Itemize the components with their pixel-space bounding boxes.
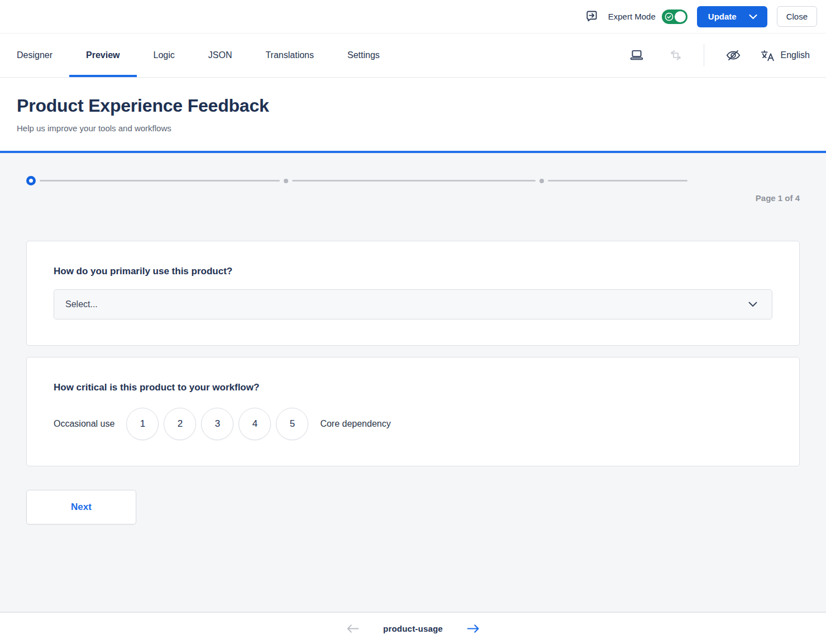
survey-header: Product Experience Feedback Help us impr… bbox=[0, 78, 826, 151]
update-button-label: Update bbox=[708, 12, 737, 21]
topbar: Expert Mode Update Close bbox=[0, 0, 826, 34]
language-label: English bbox=[781, 50, 810, 60]
rating-option-5[interactable]: 5 bbox=[276, 408, 308, 440]
tab-translations[interactable]: Translations bbox=[249, 34, 331, 77]
toggle-knob bbox=[675, 11, 686, 22]
progress-segment bbox=[40, 180, 280, 182]
question-card-rating: How critical is this product to your wor… bbox=[26, 357, 800, 466]
tab-label: Settings bbox=[347, 50, 380, 60]
hide-invisible-eye-off-icon[interactable] bbox=[719, 48, 748, 63]
device-desktop-icon[interactable] bbox=[623, 48, 650, 63]
survey-subtitle: Help us improve your tools and workflows bbox=[17, 123, 809, 133]
tab-label: JSON bbox=[208, 50, 232, 60]
rating-options: 1 2 3 4 5 bbox=[126, 408, 308, 440]
tab-logic[interactable]: Logic bbox=[137, 34, 192, 77]
rotate-device-icon bbox=[662, 48, 689, 63]
creator-tabbar: Designer Preview Logic JSON Translations… bbox=[0, 34, 826, 78]
tab-label: Designer bbox=[17, 50, 52, 60]
toolbar-divider bbox=[704, 44, 704, 66]
update-button[interactable]: Update bbox=[697, 6, 767, 27]
preview-toolbar: English bbox=[623, 34, 826, 77]
language-selector[interactable]: English bbox=[760, 49, 810, 63]
rating-option-3[interactable]: 3 bbox=[201, 408, 233, 440]
product-use-dropdown[interactable]: Select... bbox=[54, 289, 772, 319]
rating-option-4[interactable]: 4 bbox=[238, 408, 271, 440]
progress-bar bbox=[26, 176, 800, 185]
question-title: How do you primarily use this product? bbox=[54, 266, 772, 277]
rating-max-label: Core dependency bbox=[320, 419, 390, 429]
question-card-dropdown: How do you primarily use this product? S… bbox=[26, 241, 800, 346]
feedback-bubble-icon[interactable] bbox=[585, 9, 599, 23]
survey-creator-window: Expert Mode Update Close bbox=[0, 0, 826, 644]
page-indicator: Page 1 of 4 bbox=[26, 193, 800, 203]
check-circle-icon bbox=[665, 12, 674, 23]
rating-option-2[interactable]: 2 bbox=[164, 408, 196, 440]
rating-option-1[interactable]: 1 bbox=[126, 408, 159, 440]
chevron-down-icon bbox=[749, 14, 757, 20]
expert-mode-control: Expert Mode bbox=[608, 9, 687, 24]
topbar-actions: Expert Mode Update Close bbox=[585, 6, 817, 27]
tab-label: Preview bbox=[86, 50, 120, 60]
next-page-arrow-icon[interactable] bbox=[466, 624, 480, 633]
rating-scale: Occasional use 1 2 3 4 5 Core dependency bbox=[54, 408, 772, 440]
expert-mode-toggle[interactable] bbox=[662, 9, 687, 24]
translate-icon bbox=[760, 49, 775, 63]
survey-title: Product Experience Feedback bbox=[17, 96, 809, 116]
progress-segment bbox=[548, 180, 687, 182]
creator-tabs: Designer Preview Logic JSON Translations… bbox=[0, 34, 397, 77]
tab-designer[interactable]: Designer bbox=[0, 34, 69, 77]
page-navigation: product-usage bbox=[0, 612, 826, 644]
tab-label: Logic bbox=[154, 50, 175, 60]
question-title: How critical is this product to your wor… bbox=[54, 382, 772, 393]
tab-json[interactable]: JSON bbox=[192, 34, 249, 77]
expert-mode-label: Expert Mode bbox=[608, 12, 656, 21]
tab-settings[interactable]: Settings bbox=[331, 34, 397, 77]
tab-preview[interactable]: Preview bbox=[69, 34, 136, 77]
preview-area: Page 1 of 4 How do you primarily use thi… bbox=[0, 153, 826, 612]
chevron-down-icon bbox=[748, 302, 757, 307]
progress-dot bbox=[539, 179, 544, 183]
progress-dot bbox=[284, 179, 288, 183]
next-button[interactable]: Next bbox=[26, 490, 136, 524]
tab-label: Translations bbox=[265, 50, 314, 60]
rating-min-label: Occasional use bbox=[54, 419, 114, 429]
progress-current-node bbox=[26, 176, 36, 185]
close-button[interactable]: Close bbox=[777, 6, 817, 27]
current-page-name: product-usage bbox=[383, 624, 443, 633]
dropdown-placeholder: Select... bbox=[65, 299, 98, 309]
progress-segment bbox=[292, 180, 536, 182]
prev-page-arrow-icon bbox=[346, 624, 360, 633]
